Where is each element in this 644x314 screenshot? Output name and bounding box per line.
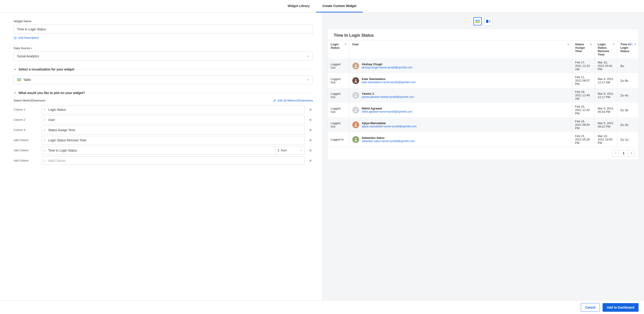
cell-assign-time: Feb 23, 2021 05:26 PM bbox=[572, 132, 594, 147]
drag-handle-icon[interactable] bbox=[42, 139, 47, 142]
sigma-icon: Σ bbox=[278, 149, 280, 152]
view-split-button[interactable] bbox=[484, 17, 492, 25]
column-input[interactable]: Login Status Remove Time bbox=[42, 136, 305, 145]
column-input[interactable]: Login Status bbox=[42, 105, 305, 114]
main: Widget Name Add Description Data Source●… bbox=[0, 13, 644, 300]
table-row[interactable]: Logged OutKate Stamatakoskate.stamatakos… bbox=[328, 73, 638, 88]
aggregation-select[interactable]: ΣSum bbox=[275, 146, 304, 155]
svg-point-9 bbox=[44, 119, 44, 120]
column-label: Add Column bbox=[14, 159, 38, 162]
tab-create-custom-widget[interactable]: Create Custom Widget bbox=[316, 0, 363, 13]
drag-handle-icon[interactable] bbox=[42, 108, 47, 111]
chevron-down-icon bbox=[14, 92, 16, 94]
widget-name-input[interactable] bbox=[14, 25, 313, 34]
user-email[interactable]: sebastien.salou+acme+prod0@sprinklr.com bbox=[362, 140, 415, 143]
svg-point-1 bbox=[44, 108, 44, 109]
pencil-icon bbox=[273, 99, 276, 102]
close-icon bbox=[309, 138, 312, 142]
drag-handle-icon[interactable] bbox=[42, 149, 47, 152]
chevron-down-icon bbox=[612, 43, 615, 46]
user-email[interactable]: nikhil.agrawal+acme+prod0@sprinklr.com bbox=[362, 110, 412, 113]
avatar bbox=[352, 92, 359, 99]
column-input[interactable]: Time in Login StatusΣSum bbox=[42, 146, 305, 155]
plus-circle-icon bbox=[14, 36, 17, 40]
column-label: Column 1 bbox=[14, 108, 38, 111]
page-prev-button[interactable] bbox=[612, 150, 619, 157]
svg-point-11 bbox=[44, 121, 44, 121]
table-row[interactable]: Logged OutAjeya Mansabdarajeya.mansabdar… bbox=[328, 117, 638, 132]
remove-column-button[interactable] bbox=[308, 158, 313, 163]
avatar bbox=[352, 63, 359, 69]
drag-handle-icon[interactable] bbox=[42, 128, 47, 132]
column-label: Column 3 bbox=[14, 128, 38, 132]
visualization-select[interactable]: Table bbox=[14, 75, 313, 84]
table-row[interactable]: Logged OutYamini J.yamini.jaiswal+caresb… bbox=[328, 88, 638, 103]
chevron-down-icon bbox=[634, 43, 637, 46]
edit-all-metrics-link[interactable]: Edit all Metrics/Dimensions bbox=[273, 99, 313, 102]
viz-section-title: Select a visualization for your widget bbox=[18, 68, 74, 71]
add-description-link[interactable]: Add Description bbox=[14, 36, 39, 40]
remove-column-button[interactable] bbox=[308, 148, 313, 153]
pagination: 1 bbox=[328, 147, 638, 160]
th-label: Status Assign Time bbox=[575, 43, 585, 53]
cell-user: Akshay Chughakshay.chugh+acme+prod0@spri… bbox=[349, 59, 572, 73]
table-row[interactable]: Logged OutNikhil Agrawalnikhil.agrawal+a… bbox=[328, 103, 638, 117]
th-time-in-login-status[interactable]: Time in Login Status bbox=[617, 40, 638, 59]
table-row[interactable]: Logged OutAkshay Chughakshay.chugh+acme+… bbox=[328, 59, 638, 73]
divider bbox=[76, 69, 313, 69]
remove-column-button[interactable] bbox=[308, 117, 313, 122]
divider bbox=[87, 93, 313, 93]
chevron-down-icon bbox=[14, 68, 16, 71]
svg-point-18 bbox=[45, 131, 45, 131]
user-name: Akshay Chugh bbox=[362, 63, 412, 66]
cell-login-status: Logged Out bbox=[328, 103, 349, 117]
svg-point-27 bbox=[44, 150, 44, 150]
avatar bbox=[352, 107, 359, 114]
edit-all-label: Edit all Metrics/Dimensions bbox=[278, 99, 313, 102]
drag-handle-icon[interactable] bbox=[42, 159, 47, 162]
column-input[interactable]: User bbox=[42, 116, 305, 124]
column-input[interactable]: Status Assign Time bbox=[42, 126, 305, 134]
remove-column-button[interactable] bbox=[308, 107, 313, 112]
plot-section-header[interactable]: What would you like to plot on your widg… bbox=[14, 91, 313, 95]
column-input[interactable]: Add Column bbox=[42, 156, 305, 165]
preview-panel: Time In Login Status Login Status User bbox=[322, 13, 644, 300]
table-row[interactable]: Logged InSebastien Salousebastien.salou+… bbox=[328, 132, 638, 147]
columns-container: Column 1Login StatusColumn 2UserColumn 3… bbox=[14, 105, 313, 165]
svg-point-26 bbox=[45, 149, 45, 150]
svg-point-42 bbox=[355, 138, 356, 140]
th-login-status[interactable]: Login Status bbox=[328, 40, 349, 59]
sort-desc-icon bbox=[630, 43, 633, 46]
th-login-status-remove-time[interactable]: Login Status Remove Time bbox=[594, 40, 617, 59]
column-value: User bbox=[47, 118, 304, 122]
svg-point-10 bbox=[45, 119, 45, 120]
svg-point-7 bbox=[44, 119, 44, 119]
column-label: Column 2 bbox=[14, 118, 38, 121]
page-next-button[interactable] bbox=[628, 150, 635, 157]
metric-dimension-label: Select Metric/Dimension bbox=[14, 99, 45, 102]
tab-widget-library[interactable]: Widget Library bbox=[281, 0, 316, 13]
view-card-button[interactable] bbox=[474, 17, 482, 25]
user-email[interactable]: akshay.chugh+acme+prod0@sprinklr.com bbox=[362, 66, 412, 69]
th-label: Time in Login Status bbox=[620, 43, 631, 53]
cell-assign-time: Feb 16, 2021 08:54 PM bbox=[572, 117, 594, 132]
close-icon bbox=[309, 108, 312, 111]
remove-column-button[interactable] bbox=[308, 138, 313, 143]
th-status-assign-time[interactable]: Status Assign Time bbox=[572, 40, 594, 59]
column-value: Login Status bbox=[47, 108, 304, 111]
svg-point-35 bbox=[44, 161, 44, 162]
column-row: Column 3Status Assign Time bbox=[14, 126, 313, 134]
cell-user: Yamini J.yamini.jaiswal+caresb+prod0@spr… bbox=[349, 88, 572, 103]
viz-section-header[interactable]: Select a visualization for your widget bbox=[14, 68, 313, 71]
user-email[interactable]: yamini.jaiswal+caresb+prod0@sprinklr.com bbox=[362, 95, 414, 99]
svg-point-37 bbox=[355, 65, 356, 66]
data-source-select[interactable]: Social Analytics bbox=[14, 52, 313, 61]
user-email[interactable]: ajeya.mansabdar+acme+prod0@sprinklr.com bbox=[362, 125, 417, 128]
drag-handle-icon[interactable] bbox=[42, 118, 47, 121]
close-icon bbox=[309, 128, 312, 132]
chevron-down-icon bbox=[344, 43, 347, 46]
th-user[interactable]: User bbox=[349, 40, 572, 59]
cell-assign-time: Feb 11, 2021 08:57 PM bbox=[572, 73, 594, 88]
user-email[interactable]: kate.stamatakos+acme+prod0@sprinklr.com bbox=[362, 81, 416, 84]
remove-column-button[interactable] bbox=[308, 128, 313, 133]
